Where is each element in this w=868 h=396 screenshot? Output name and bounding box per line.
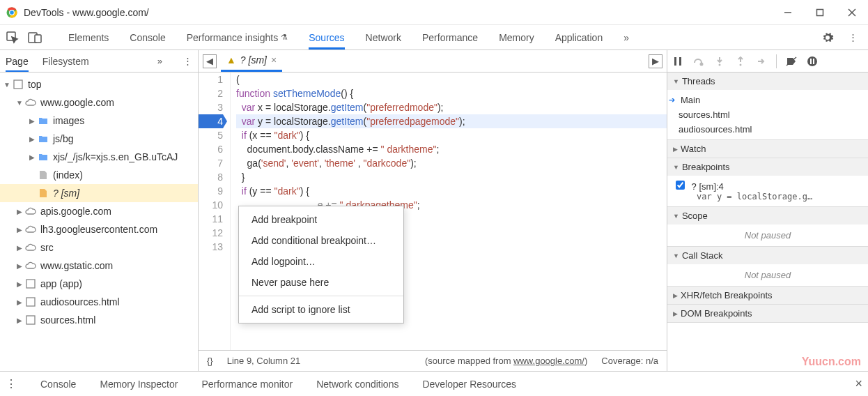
step-button[interactable] [755, 55, 768, 68]
tree-item[interactable]: (index) [0, 166, 198, 184]
step-into-button[interactable] [713, 55, 726, 68]
drawer-close-icon[interactable]: × [855, 376, 862, 391]
deactivate-breakpoints-button[interactable] [785, 55, 798, 68]
line-gutter[interactable]: 12345678910111213 [199, 73, 231, 350]
editor-tab-label: ? [sm] [240, 54, 267, 66]
editor-nav-left-icon[interactable]: ◀ [203, 54, 217, 68]
source-mapped-info: (source mapped from www.google.com/) [314, 356, 587, 366]
tree-item[interactable]: ▶images [0, 112, 198, 130]
watch-header[interactable]: ▶Watch [667, 140, 868, 158]
xhr-header[interactable]: ▶XHR/fetch Breakpoints [667, 287, 868, 304]
pause-on-exceptions-button[interactable] [806, 55, 819, 68]
svg-rect-14 [26, 316, 35, 324]
drawer-tab-developer-resources[interactable]: Developer Resources [422, 379, 516, 390]
breakpoints-header[interactable]: ▼Breakpoints [667, 158, 868, 176]
editor-nav-right-icon[interactable]: ▶ [649, 54, 662, 68]
step-out-button[interactable] [734, 55, 747, 68]
debugger-panel: ▼Threads Mainsources.htmlaudiosources.ht… [667, 50, 868, 371]
tab-console[interactable]: Console [130, 26, 165, 49]
thread-item[interactable]: Main [667, 93, 868, 107]
pause-button[interactable] [672, 55, 684, 68]
debug-controls [667, 50, 868, 73]
editor-statusbar: {} Line 9, Column 21 (source mapped from… [199, 350, 667, 371]
xhr-section: ▶XHR/fetch Breakpoints [667, 287, 868, 305]
maximize-button[interactable] [804, 0, 836, 25]
tree-item[interactable]: ▶lh3.googleusercontent.com [0, 220, 198, 238]
tree-item[interactable]: ▶app (app) [0, 275, 198, 293]
svg-point-21 [807, 56, 817, 66]
drawer: ⋮ Console Memory Inspector Performance m… [0, 371, 868, 396]
cursor-position: Line 9, Column 21 [227, 356, 301, 366]
scope-not-paused: Not paused [667, 224, 868, 246]
svg-rect-5 [817, 9, 823, 15]
close-tab-icon[interactable]: × [271, 54, 277, 66]
tree-item[interactable]: ▶xjs/_/js/k=xjs.s.en_GB.uTcAJ [0, 148, 198, 166]
thread-item[interactable]: audiosources.html [667, 122, 868, 137]
inspect-element-icon[interactable] [6, 31, 20, 45]
tree-item[interactable]: ▶js/bg [0, 130, 198, 148]
braces-icon[interactable]: {} [207, 356, 213, 366]
tree-item[interactable]: ▶www.gstatic.com [0, 257, 198, 275]
callstack-not-paused: Not paused [667, 264, 868, 286]
file-tree[interactable]: ▼top▼www.google.com▶images▶js/bg▶xjs/_/j… [0, 73, 198, 371]
svg-rect-15 [674, 57, 676, 66]
tree-item[interactable]: ▶sources.html [0, 311, 198, 329]
breakpoint-item[interactable]: ? [sm]:4var y = localStorage.g… [667, 178, 868, 204]
chrome-icon [6, 6, 18, 19]
svg-rect-22 [810, 59, 812, 64]
threads-section: ▼Threads Mainsources.htmlaudiosources.ht… [667, 73, 868, 140]
navigator-overflow-icon[interactable]: » [157, 56, 162, 66]
tab-application[interactable]: Application [555, 26, 603, 49]
gutter-context-menu[interactable]: Add breakpointAdd conditional breakpoint… [238, 206, 404, 323]
navigator-menu-icon[interactable]: ⋮ [183, 56, 192, 66]
tab-elements[interactable]: Elements [68, 26, 109, 49]
tree-item[interactable]: ▶audiosources.html [0, 293, 198, 311]
thread-item[interactable]: sources.html [667, 107, 868, 122]
context-menu-item[interactable]: Add script to ignore list [239, 299, 403, 320]
tree-item[interactable]: ? [sm] [0, 184, 198, 202]
dom-bp-header[interactable]: ▶DOM Breakpoints [667, 305, 868, 322]
tabs-overflow-icon[interactable]: » [623, 26, 629, 49]
editor-tab-active[interactable]: ▲ ? [sm] × [221, 50, 282, 72]
callstack-section: ▼Call Stack Not paused [667, 247, 868, 287]
tab-network[interactable]: Network [366, 26, 401, 49]
context-menu-item[interactable]: Add logpoint… [239, 251, 403, 272]
tab-performance-insights[interactable]: Performance insights ⚗ [187, 26, 288, 49]
callstack-header[interactable]: ▼Call Stack [667, 247, 868, 264]
watermark: Yuucn.com [802, 356, 861, 368]
minimize-button[interactable] [772, 0, 804, 25]
window-title: DevTools - www.google.com/ [24, 7, 772, 18]
drawer-menu-icon[interactable]: ⋮ [6, 377, 17, 390]
svg-point-19 [740, 63, 742, 66]
step-over-button[interactable] [692, 55, 705, 68]
kebab-menu-icon[interactable]: ⋮ [846, 31, 860, 45]
source-map-link[interactable]: www.google.com/ [513, 356, 584, 366]
breakpoint-checkbox[interactable] [676, 181, 685, 190]
context-menu-item[interactable]: Add breakpoint [239, 209, 403, 230]
close-window-button[interactable] [836, 0, 868, 25]
window-titlebar: DevTools - www.google.com/ [0, 0, 868, 25]
navigator-panel: Page Filesystem » ⋮ ▼top▼www.google.com▶… [0, 50, 199, 371]
drawer-tab-performance-monitor[interactable]: Performance monitor [201, 379, 293, 390]
tree-item[interactable]: ▶src [0, 238, 198, 257]
tab-memory[interactable]: Memory [499, 26, 534, 49]
scope-header[interactable]: ▼Scope [667, 207, 868, 224]
device-toggle-icon[interactable] [28, 31, 42, 45]
warning-icon: ▲ [226, 54, 236, 66]
tab-sources[interactable]: Sources [309, 26, 344, 49]
tree-item[interactable]: ▶apis.google.com [0, 202, 198, 220]
panel-tab-page[interactable]: Page [6, 52, 29, 71]
svg-rect-12 [26, 280, 35, 288]
drawer-tab-memory-inspector[interactable]: Memory Inspector [100, 379, 178, 390]
threads-header[interactable]: ▼Threads [667, 73, 868, 90]
tree-item[interactable]: ▼www.google.com [0, 93, 198, 112]
tab-performance[interactable]: Performance [422, 26, 478, 49]
settings-gear-icon[interactable] [821, 31, 835, 45]
tree-item[interactable]: ▼top [0, 75, 198, 93]
panel-tab-filesystem[interactable]: Filesystem [42, 52, 89, 71]
drawer-tab-console[interactable]: Console [40, 379, 76, 390]
context-menu-item[interactable]: Never pause here [239, 272, 403, 293]
context-menu-item[interactable]: Add conditional breakpoint… [239, 230, 403, 251]
svg-rect-16 [679, 57, 681, 66]
drawer-tab-network-conditions[interactable]: Network conditions [316, 379, 398, 390]
